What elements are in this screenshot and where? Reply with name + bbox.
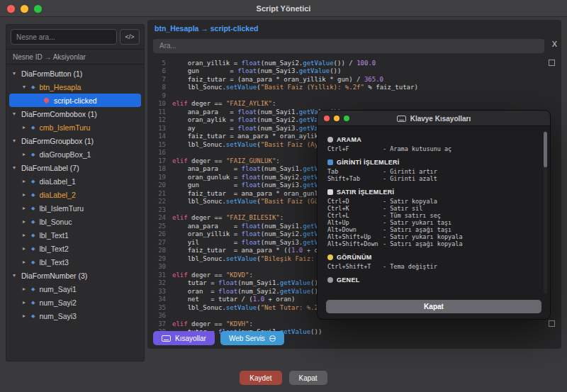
scrollbar-thumb[interactable] — [544, 132, 547, 167]
tree-item[interactable]: ▾◆btn_Hesapla — [6, 80, 144, 94]
object-tree-panel: </> Nesne ID → Aksiyonlar ▾DiaFormButton… — [6, 24, 145, 362]
tree-item[interactable]: ▾DiaFormLabel (7) — [6, 161, 144, 174]
tree-item[interactable]: ▸◆num_Sayi1 — [6, 282, 144, 296]
caret-down-icon[interactable]: ▾ — [13, 164, 21, 171]
minimize-window-button[interactable] — [21, 5, 28, 13]
tree-item[interactable]: ▾DiaFormNumber (3) — [6, 269, 144, 282]
object-icon: ◆ — [31, 286, 35, 292]
modal-scrollbar[interactable] — [544, 130, 547, 293]
caret-right-icon[interactable]: ▸ — [23, 191, 31, 198]
caret-right-icon[interactable]: ▸ — [23, 245, 31, 252]
close-editor-button[interactable]: X — [552, 40, 557, 48]
code-line[interactable]: 7 faiz_tutar = (ana_para * oran_yillik *… — [153, 76, 556, 84]
code-line[interactable]: 5 oran_yillik = float(num_Sayi2.getValue… — [153, 60, 556, 68]
line-number: 24 — [153, 214, 166, 223]
checkbox-bottom[interactable] — [549, 320, 555, 327]
line-number: 26 — [153, 230, 166, 239]
line-number: 12 — [153, 116, 166, 125]
tree-item[interactable]: ▸◆lbl_IslemTuru — [6, 201, 144, 215]
tree-item[interactable]: ▾DiaFormGroupbox (1) — [6, 134, 144, 147]
tree-item[interactable]: ▾DiaFormButton (1) — [6, 67, 144, 80]
caret-right-icon[interactable]: ▸ — [23, 232, 31, 238]
web-service-button[interactable]: Web Servis — [220, 331, 284, 345]
tree-item-label: DiaFormButton (1) — [21, 69, 82, 78]
tree-item[interactable]: script-clicked — [9, 94, 141, 107]
caret-right-icon[interactable]: ▸ — [23, 299, 31, 306]
script-icon — [43, 97, 50, 103]
code-line[interactable]: 10elif deger == "FAIZ_AYLIK": — [153, 100, 556, 108]
line-number: 29 — [153, 255, 166, 264]
caret-right-icon[interactable]: ▸ — [23, 218, 31, 225]
object-tree: ▾DiaFormButton (1)▾◆btn_Hesaplascript-cl… — [6, 65, 144, 323]
line-number: 30 — [153, 263, 166, 271]
caret-right-icon[interactable]: ▸ — [23, 313, 31, 319]
editor-search-row: X — [153, 38, 556, 53]
code-line[interactable]: 8 lbl_Sonuc.setValue("Basit Faiz (Yıllık… — [153, 84, 556, 92]
line-number: 6 — [153, 67, 166, 76]
checkbox-top[interactable] — [549, 60, 555, 66]
tree-item[interactable]: ▸◆lbl_Text3 — [6, 255, 144, 269]
line-number: 34 — [153, 296, 166, 304]
code-view-button[interactable]: </> — [120, 29, 140, 45]
modal-minimize-window-button[interactable] — [334, 116, 339, 121]
indent-icon — [327, 159, 333, 165]
modal-title-text: Klavye Kısayolları — [410, 115, 471, 123]
line-number: 7 — [153, 76, 166, 84]
close-button[interactable]: Kapat — [289, 371, 327, 385]
save-button[interactable]: Kaydet — [240, 371, 281, 385]
tree-item[interactable]: ▾DiaFormCombobox (1) — [6, 107, 144, 121]
object-search-input[interactable] — [11, 29, 117, 45]
web-service-button-label: Web Servis — [229, 335, 265, 342]
caret-right-icon[interactable]: ▸ — [23, 124, 31, 130]
line-number: 10 — [153, 100, 166, 108]
modal-zoom-window-button[interactable] — [344, 116, 349, 121]
tree-item-label: lbl_Sonuc — [39, 218, 72, 226]
caret-right-icon[interactable]: ▸ — [23, 286, 31, 292]
tree-item-label: diaGroupBox_1 — [39, 150, 91, 159]
tree-item[interactable]: ▸◆lbl_Text1 — [6, 228, 144, 242]
caret-right-icon[interactable]: ▸ — [23, 151, 31, 157]
line-number: 13 — [153, 125, 166, 133]
zoom-window-button[interactable] — [34, 5, 42, 13]
shortcut-row: Ctrl+K- Satır sil — [327, 205, 539, 212]
shortcuts-button[interactable]: Kısayollar — [153, 331, 215, 345]
tree-item[interactable]: ▸◆lbl_Text2 — [6, 242, 144, 255]
shortcut-row: Alt+Down- Satırı aşağı taşı — [327, 226, 539, 233]
object-icon: ◆ — [31, 300, 35, 306]
caret-down-icon[interactable]: ▾ — [13, 70, 21, 77]
tree-item[interactable]: ▸◆diaLabel_1 — [6, 174, 144, 188]
tree-item-label: lbl_Text1 — [39, 231, 68, 240]
modal-close-button[interactable]: Kapat — [326, 300, 541, 313]
caret-down-icon[interactable]: ▾ — [13, 138, 21, 144]
sidebar-search-row: </> — [6, 25, 144, 49]
close-window-button[interactable] — [7, 5, 15, 13]
code-search-input[interactable] — [153, 39, 544, 53]
caret-right-icon[interactable]: ▸ — [23, 259, 31, 265]
line-number: 28 — [153, 247, 166, 255]
tree-item[interactable]: ▸◆num_Sayi2 — [6, 296, 144, 309]
caret-right-icon[interactable]: ▸ — [23, 178, 31, 184]
shortcut-section-title: SATIR İŞLEMLERİ — [327, 189, 539, 196]
tree-item[interactable]: ▸◆cmb_IslemTuru — [6, 121, 144, 134]
modal-window-controls — [324, 116, 349, 121]
tree-item[interactable]: ▸◆lbl_Sonuc — [6, 215, 144, 228]
code-line[interactable]: 37elif deger == "KDVH": — [153, 320, 556, 329]
tree-item[interactable]: ▸◆diaLabel_2 — [6, 188, 144, 201]
tree-item[interactable]: ▸◆diaGroupBox_1 — [6, 147, 144, 161]
caret-down-icon[interactable]: ▾ — [13, 272, 21, 279]
line-number: 8 — [153, 84, 166, 92]
line-number: 27 — [153, 239, 166, 247]
shortcut-section-title: GİRİNTİ İŞLEMLERİ — [327, 159, 539, 166]
tree-item-label: num_Sayi2 — [39, 298, 77, 307]
line-number: 21 — [153, 190, 166, 198]
code-line[interactable]: 6 gun = float(num_Sayi3.getValue()) — [153, 67, 556, 76]
line-number: 33 — [153, 288, 166, 296]
code-line[interactable]: 9 — [153, 92, 556, 101]
object-icon: ◆ — [31, 125, 35, 130]
general-icon — [327, 277, 333, 283]
modal-close-window-button[interactable] — [324, 116, 330, 121]
caret-down-icon[interactable]: ▾ — [23, 84, 31, 90]
tree-item[interactable]: ▸◆num_Sayi3 — [6, 309, 144, 323]
caret-down-icon[interactable]: ▾ — [13, 111, 21, 117]
caret-right-icon[interactable]: ▸ — [23, 205, 31, 211]
